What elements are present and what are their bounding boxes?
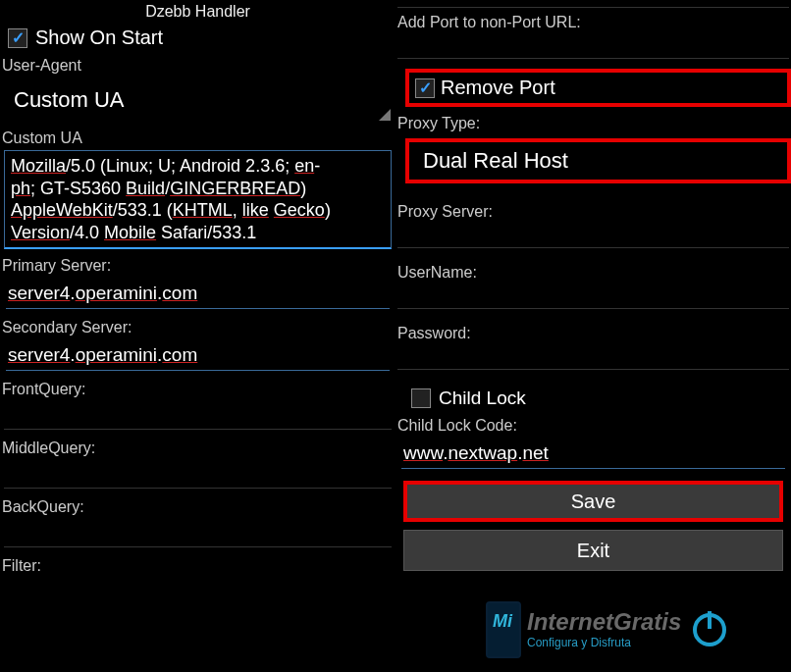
primary-server-input[interactable]: server4.operamini.com	[6, 279, 390, 309]
child-lock-label: Child Lock	[439, 388, 526, 409]
back-query-input[interactable]	[4, 518, 392, 547]
user-agent-label: User-Agent	[0, 55, 396, 77]
remove-port-label: Remove Port	[441, 77, 555, 99]
secondary-server-label: Secondary Server:	[0, 317, 396, 338]
custom-ua-label: Custom UA	[0, 128, 396, 149]
filter-label: Filter:	[0, 555, 396, 577]
watermark-brand: InternetGratis	[527, 610, 681, 634]
add-port-input[interactable]	[397, 33, 789, 59]
password-label: Password:	[396, 323, 791, 344]
username-input[interactable]	[397, 284, 789, 309]
middle-query-input[interactable]	[4, 459, 392, 489]
save-button[interactable]: Save	[403, 481, 783, 522]
primary-server-label: Primary Server:	[0, 255, 396, 277]
front-query-label: FrontQuery:	[0, 379, 396, 400]
user-agent-value: Custom UA	[14, 87, 124, 113]
app-title: Dzebb Handler	[0, 0, 396, 23]
power-icon	[693, 613, 726, 646]
child-lock-code-input[interactable]: www.nextwap.net	[401, 439, 785, 469]
remove-port-highlight: Remove Port	[405, 69, 791, 107]
child-lock-row[interactable]: Child Lock	[396, 384, 791, 415]
show-on-start-label: Show On Start	[35, 26, 163, 49]
back-query-label: BackQuery:	[0, 496, 396, 518]
child-lock-checkbox[interactable]	[411, 388, 431, 408]
custom-ua-input[interactable]: Mozilla/5.0 (Linux; U; Android 2.3.6; en…	[4, 150, 392, 249]
child-lock-code-label: Child Lock Code:	[396, 415, 791, 437]
proxy-type-label: Proxy Type:	[396, 113, 791, 134]
secondary-server-input[interactable]: server4.operamini.com	[6, 340, 390, 371]
username-label: UserName:	[396, 262, 791, 284]
show-on-start-checkbox[interactable]	[8, 28, 27, 48]
proxy-type-value[interactable]: Dual Real Host	[423, 148, 568, 173]
divider	[397, 0, 789, 8]
watermark-tagline: Configura y Disfruta	[527, 636, 681, 649]
phone-icon	[486, 601, 521, 658]
exit-button[interactable]: Exit	[403, 530, 783, 571]
watermark: InternetGratis Configura y Disfruta	[486, 595, 761, 664]
add-port-label: Add Port to non-Port URL:	[396, 12, 791, 33]
remove-port-checkbox[interactable]	[415, 78, 435, 98]
front-query-input[interactable]	[4, 400, 392, 430]
user-agent-dropdown[interactable]: Custom UA	[4, 78, 392, 122]
proxy-type-highlight: Dual Real Host	[405, 138, 791, 183]
middle-query-label: MiddleQuery:	[0, 438, 396, 459]
proxy-server-label: Proxy Server:	[396, 201, 791, 223]
password-input[interactable]	[397, 344, 789, 370]
proxy-server-input[interactable]	[397, 223, 789, 248]
show-on-start-row[interactable]: Show On Start	[0, 23, 396, 55]
